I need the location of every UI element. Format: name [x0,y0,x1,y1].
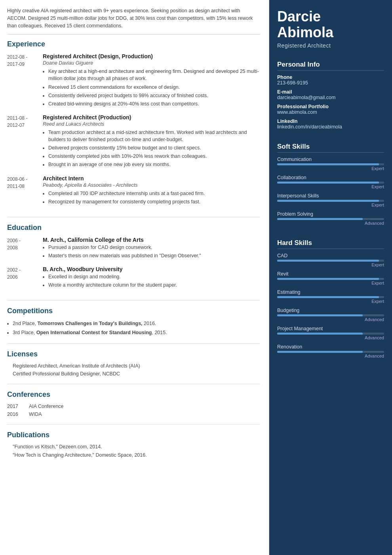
skill-bar-bg [277,296,384,298]
bullet-item: Pursued a passion for CAD design coursew… [48,244,260,251]
skill-bar-bg [277,278,384,280]
soft-skills-title: Soft Skills [277,143,384,153]
education-title: Education [7,224,260,233]
publication-item: "Function vs Kitsch," Dezeen.com, 2014. [7,444,260,450]
skill-level: Advanced [277,221,384,226]
personal-info-section: Personal Info Phone 213-698-9195 E-mail … [269,55,392,137]
experience-entries: 2012-08 -2017-09 Registered Architect (D… [7,53,260,207]
name-block: Darcie Abimola Registered Architect [269,0,392,55]
licenses-section: Licenses Registered Architect, American … [7,350,260,384]
exp-company: Reed and Lukacs Architects [43,121,260,127]
bullet-item: Received 15 client commendations for exc… [48,84,260,91]
license-item: Registered Architect, American Institute… [7,363,260,369]
exp-content: Registered Architect (Production) Reed a… [43,114,260,170]
personal-info-row: E-mail darcieabimola@gmail.com [277,89,384,100]
left-panel: Highly creative AIA registered architect… [0,0,269,555]
edu-dates: 2006 -2008 [7,237,43,260]
bullet-item: Created bid-winning designs at 20%-40% l… [48,100,260,107]
skill-level: Expert [277,281,384,285]
skill-bar-bg [277,182,384,184]
skill-name: Estimating [277,289,384,295]
skill-level: Expert [277,203,384,207]
bullet-item: Consistently delivered project budgets t… [48,92,260,99]
info-label: E-mail [277,89,384,95]
experience-section: Experience 2012-08 -2017-09 Registered A… [7,40,260,217]
competitions-list: 2nd Place, Tomorrows Challenges in Today… [7,320,260,336]
first-name: Darcie [277,8,321,25]
competitions-section: Competitions 2nd Place, Tomorrows Challe… [7,307,260,343]
personal-info-row: Professional Portfolio www.abimola.com [277,104,384,115]
hard-skill-item: Estimating Expert [277,289,384,304]
exp-dates: 2011-08 -2012-07 [7,114,43,170]
skill-name: Collaboration [277,175,384,180]
skill-bar-bg [277,218,384,220]
skill-level: Expert [277,299,384,304]
education-entry: 2006 -2008 M. Arch., California College … [7,237,260,260]
skill-bar-fill [277,296,379,298]
edu-title: M. Arch., California College of the Arts [43,237,260,243]
skill-level: Expert [277,262,384,267]
last-name: Abimola [277,24,333,40]
info-label: Professional Portfolio [277,104,384,109]
hard-skill-item: Revit Expert [277,271,384,285]
edu-bullets: Excelled in design and modeling.Wrote a … [43,273,260,289]
bullet-item: Completed all 700 IDP architecture inter… [48,190,260,197]
edu-content: B. Arch., Woodbury University Excelled i… [43,266,260,290]
soft-skill-item: Interpersonal Skills Expert [277,193,384,207]
publications-title: Publications [7,431,260,440]
publications-list: "Function vs Kitsch," Dezeen.com, 2014."… [7,444,260,458]
conferences-title: Conferences [7,390,260,400]
skill-level: Expert [277,184,384,189]
exp-content: Architect Intern Peabody, Apicella & Ass… [43,175,260,207]
skill-bar-fill [277,333,363,335]
edu-dates: 2002 -2006 [7,266,43,290]
skill-name: Communication [277,157,384,162]
skill-name: Renovation [277,344,384,350]
soft-skill-item: Collaboration Expert [277,175,384,189]
conference-entry: 2016 WIDA [7,411,260,417]
candidate-name: Darcie Abimola [277,9,384,40]
bullet-item: Delivered projects consistently 15% belo… [48,144,260,151]
info-label: LinkedIn [277,119,384,124]
education-section: Education 2006 -2008 M. Arch., Californi… [7,224,260,301]
exp-dates: 2012-08 -2017-09 [7,53,43,109]
exp-bullets: Completed all 700 IDP architecture inter… [43,190,260,205]
hard-skills-section: Hard Skills CAD Expert Revit Expert Esti… [269,233,392,366]
skill-bar-bg [277,333,384,335]
skill-bar-bg [277,163,384,165]
skill-level: Expert [277,166,384,171]
skill-bar-fill [277,314,363,316]
experience-entry: 2011-08 -2012-07 Registered Architect (P… [7,114,260,170]
skill-bar-fill [277,278,379,280]
experience-entry: 2008-06 -2011-08 Architect Intern Peabod… [7,175,260,207]
licenses-list: Registered Architect, American Institute… [7,363,260,377]
info-label: Phone [277,75,384,80]
skill-name: Interpersonal Skills [277,193,384,199]
hard-skill-item: Budgeting Advanced [277,308,384,322]
soft-skills-section: Soft Skills Communication Expert Collabo… [269,137,392,233]
bullet-item: Consistently completed jobs with 10%-20%… [48,153,260,160]
conf-name: AIA Conference [29,404,64,409]
summary-text: Highly creative AIA registered architect… [7,7,260,34]
candidate-subtitle: Registered Architect [277,42,384,49]
bullet-item: Excelled in design and modeling. [48,273,260,280]
info-value: linkedin.com/in/darcieabimola [277,124,384,130]
bullet-item: Master's thesis on new materials was pub… [48,252,260,259]
soft-skills-list: Communication Expert Collaboration Exper… [277,157,384,226]
exp-title: Architect Intern [43,175,260,182]
exp-content: Registered Architect (Design, Production… [43,53,260,109]
skill-bar-fill [277,218,363,220]
info-value: 213-698-9195 [277,80,384,86]
hard-skills-list: CAD Expert Revit Expert Estimating Exper… [277,253,384,358]
competition-item: 2nd Place, Tomorrows Challenges in Today… [13,320,260,327]
skill-bar-fill [277,182,379,184]
skill-bar-bg [277,200,384,202]
exp-title: Registered Architect (Production) [43,114,260,121]
soft-skill-item: Problem Solving Advanced [277,211,384,226]
skill-name: CAD [277,253,384,258]
info-value: darcieabimola@gmail.com [277,95,384,100]
experience-entry: 2012-08 -2017-09 Registered Architect (D… [7,53,260,109]
skill-bar-bg [277,314,384,316]
skill-bar-bg [277,351,384,353]
personal-info-title: Personal Info [277,61,384,71]
